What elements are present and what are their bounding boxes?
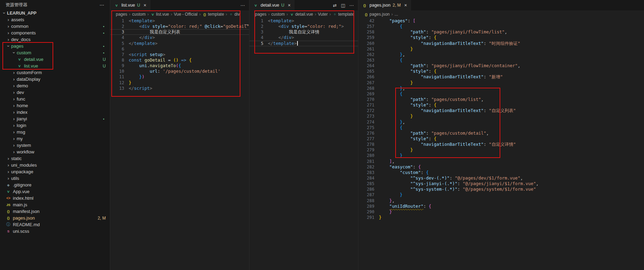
code-line-285[interactable]: 285 "^sys-jianyi-(.*)": "@/pages/jianyi/… <box>358 181 644 186</box>
code-line-5[interactable]: 5</template> <box>249 41 358 46</box>
code-line-282[interactable]: 282 "easycom": { <box>358 164 644 170</box>
code-line-8[interactable]: 8const goDetail = () => { <box>110 57 249 63</box>
breadcrumb-item[interactable]: Vlist.vue <box>150 12 169 17</box>
code-line-279[interactable]: 279 } <box>358 147 644 153</box>
tree-item-uni.scss[interactable]: Suni.scss <box>0 228 110 235</box>
code-line-2[interactable]: 2 <div style="color: red;" @click="goDet… <box>110 24 249 29</box>
tree-item-App.vue[interactable]: VApp.vue <box>0 188 110 195</box>
code-line-266[interactable]: 266 "navigationBarTitleText": "新增" <box>358 74 644 80</box>
code-line-281[interactable]: 281 ], <box>358 159 644 164</box>
tree-item-index.html[interactable]: <>index.html <box>0 195 110 201</box>
code-line-3[interactable]: 3 我是自定义详情 <box>249 29 358 35</box>
code-line-287[interactable]: 287 } <box>358 192 644 198</box>
tree-item-index[interactable]: ›index <box>0 109 110 116</box>
code-line-277[interactable]: 277 "style": { <box>358 136 644 142</box>
code-line-269[interactable]: 269 { <box>358 91 644 97</box>
code-line-1[interactable]: 1<template> <box>110 18 249 24</box>
code-line-11[interactable]: 11 }) <box>110 74 249 80</box>
tree-item-my[interactable]: ›my <box>0 135 110 142</box>
code-editor[interactable]: 1<template>2 <div style="color: red;">3 … <box>249 18 358 270</box>
tree-item-func[interactable]: ›func <box>0 96 110 102</box>
more-actions-icon[interactable]: ⋯ <box>240 3 245 8</box>
tree-item-uni_modules[interactable]: ›uni_modules <box>0 162 110 168</box>
code-line-7[interactable]: 7<script setup> <box>110 52 249 57</box>
breadcrumb-item[interactable]: pages <box>255 12 267 17</box>
tree-item-.gitignore[interactable]: ◆.gitignore <box>0 182 110 188</box>
code-line-5[interactable]: 5</template> <box>110 41 249 46</box>
code-line-284[interactable]: 284 "^sys-dev-(.*)": "@/pages/dev/$1/for… <box>358 175 644 181</box>
code-line-264[interactable]: 264 "path": "pages/jianyi/flowTime/conta… <box>358 63 644 69</box>
code-line-259[interactable]: 259 "style": { <box>358 35 644 40</box>
breadcrumb-item[interactable]: custom <box>132 12 146 17</box>
tree-item-detail.vue[interactable]: Vdetail.vueU <box>0 56 110 63</box>
code-editor[interactable]: 42 "pages": [257 {258 "path": "pages/jia… <box>358 18 644 270</box>
code-line-276[interactable]: 276 "path": "pages/custom/detail", <box>358 130 644 136</box>
tree-item-pages.json[interactable]: {}pages.json2, M <box>0 215 110 221</box>
code-line-268[interactable]: 268 }, <box>358 86 644 91</box>
tree-item-workflow[interactable]: ›workflow <box>0 149 110 155</box>
code-line-283[interactable]: 283 "custom": { <box>358 170 644 175</box>
breadcrumb-item[interactable]: Vdetail.vue <box>289 12 313 17</box>
code-line-258[interactable]: 258 "path": "pages/jianyi/flowTime/list"… <box>358 29 644 35</box>
tree-item-list.vue[interactable]: Vlist.vueU <box>0 63 110 69</box>
tree-item-manifest.json[interactable]: {}manifest.json <box>0 208 110 215</box>
tree-item-dataDisplay[interactable]: ›dataDisplay <box>0 76 110 82</box>
code-editor[interactable]: 1<template>2 <div style="color: red;" @c… <box>110 18 249 270</box>
code-line-261[interactable]: 261 } <box>358 46 644 52</box>
tree-item-demo[interactable]: ›demo <box>0 82 110 89</box>
tree-item-system[interactable]: ›system <box>0 142 110 149</box>
code-line-280[interactable]: 280 } <box>358 153 644 158</box>
code-line-42[interactable]: 42 "pages": [ <box>358 18 644 24</box>
tree-item-unpackage[interactable]: ›unpackage <box>0 168 110 175</box>
tree-item-login[interactable]: ›login <box>0 122 110 129</box>
code-line-4[interactable]: 4 </div> <box>110 35 249 40</box>
code-line-2[interactable]: 2 <div style="color: red;"> <box>249 24 358 29</box>
code-line-274[interactable]: 274 }, <box>358 119 644 125</box>
tree-item-components[interactable]: ›components● <box>0 30 110 36</box>
code-line-278[interactable]: 278 "navigationBarTitleText": "自定义详情" <box>358 142 644 147</box>
code-line-13[interactable]: 13</script> <box>110 86 249 91</box>
close-tab-icon[interactable]: × <box>288 2 291 8</box>
code-line-257[interactable]: 257 { <box>358 24 644 29</box>
tree-item-custom[interactable]: ›custom● <box>0 49 110 56</box>
code-line-9[interactable]: 9 uni.navigateTo({ <box>110 63 249 69</box>
tree-item-assets[interactable]: ›assets <box>0 16 110 23</box>
more-actions-icon[interactable]: ⋯ <box>100 2 104 8</box>
tree-item-dev_docs[interactable]: ›dev_docs <box>0 36 110 43</box>
code-line-271[interactable]: 271 "style": { <box>358 102 644 108</box>
breadcrumb-item[interactable]: ○div <box>229 12 240 17</box>
code-line-262[interactable]: 262 }, <box>358 52 644 57</box>
tab-list.vue[interactable]: Vlist.vueU× <box>110 0 150 10</box>
breadcrumb-item[interactable]: ○template <box>333 12 354 17</box>
code-line-291[interactable]: 291} <box>358 215 644 220</box>
code-line-6[interactable]: 6 <box>110 46 249 52</box>
split-editor-icon[interactable]: ◫ <box>341 3 345 8</box>
code-line-10[interactable]: 10 url: '/pages/custom/detail' <box>110 69 249 74</box>
code-line-12[interactable]: 12} <box>110 80 249 86</box>
breadcrumb-item[interactable]: Vuter <box>318 12 328 17</box>
code-line-260[interactable]: 260 "navigationBarTitleText": "时间组件验证" <box>358 41 644 46</box>
tree-item-main.js[interactable]: JSmain.js <box>0 201 110 208</box>
tree-item-README.md[interactable]: ⓘREADME.md <box>0 221 110 228</box>
breadcrumb-item[interactable]: custom <box>271 12 285 17</box>
code-line-263[interactable]: 263 { <box>358 57 644 63</box>
code-line-275[interactable]: 275 { <box>358 125 644 130</box>
tree-item-utils[interactable]: ›utils <box>0 175 110 182</box>
code-line-265[interactable]: 265 "style": { <box>358 69 644 74</box>
close-tab-icon[interactable]: × <box>144 2 146 8</box>
tree-item-jianyi[interactable]: ›jianyi● <box>0 116 110 122</box>
compare-changes-icon[interactable]: ⇄ <box>333 3 337 8</box>
tree-item-pages[interactable]: ›pages● <box>0 43 110 49</box>
tree-root-folder[interactable]: › LEARUN_APP <box>0 10 110 16</box>
tree-item-home[interactable]: ›home <box>0 102 110 109</box>
code-line-267[interactable]: 267 } <box>358 80 644 86</box>
breadcrumb-item[interactable]: {}pages.json <box>364 12 390 17</box>
tree-item-static[interactable]: ›static <box>0 155 110 162</box>
breadcrumb-item[interactable]: Vue - Official <box>174 12 198 17</box>
tree-item-dev[interactable]: ›dev <box>0 89 110 96</box>
code-line-286[interactable]: 286 "^sys-system-(.*)": "@/pages/system/… <box>358 186 644 192</box>
code-line-272[interactable]: 272 "navigationBarTitleText": "自定义列表" <box>358 108 644 113</box>
close-tab-icon[interactable]: × <box>404 2 407 8</box>
code-line-289[interactable]: 289 "uniIdRouter": { <box>358 204 644 209</box>
breadcrumb-item[interactable]: {}template <box>202 12 224 17</box>
